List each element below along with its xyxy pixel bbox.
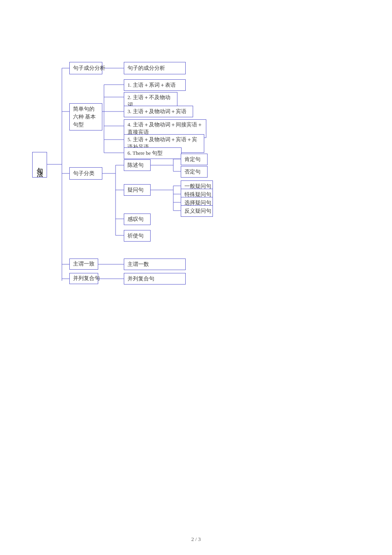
juzichengfen-main-box: 句子成分分析 xyxy=(69,62,102,74)
binglie-right-box: 并列复合句 xyxy=(124,273,186,285)
juzifenlei-box: 句子分类 xyxy=(69,167,102,180)
yiwenju-box: 疑问句 xyxy=(124,184,151,196)
gantan-box: 感叹句 xyxy=(124,213,151,225)
kendingjv-box: 肯定句 xyxy=(181,154,208,165)
n3-box: 3. 主语＋及物动词＋宾语 xyxy=(124,106,193,117)
jiandan-box: 简单句的六种 基本句型 xyxy=(69,103,102,130)
fanyi-box: 反义疑问句 xyxy=(181,205,213,217)
zhuweiyzhu-box: 主谓一数 xyxy=(124,259,186,270)
n6-box: 6. There be 句型 xyxy=(124,147,182,159)
chenshuju-box: 陈述句 xyxy=(124,159,151,171)
foudingjv-box: 否定句 xyxy=(181,166,208,178)
juzichengfen-box: 句子的成分分析 xyxy=(124,62,186,74)
root-label: 句 法 xyxy=(32,152,47,178)
n1-box: 1. 主语＋系词＋表语 xyxy=(124,79,186,91)
qishi-box: 祈使句 xyxy=(124,230,151,242)
zhuweiyzhi-box: 主谓一致 xyxy=(69,259,98,270)
binglie-left-box: 并列复合句 xyxy=(69,273,98,284)
page-container: 句 法 句子成分分析 简单句的六种 基本句型 句子分类 主谓一致 并列复合句 句… xyxy=(0,0,392,555)
page-number: 2 / 3 xyxy=(191,536,201,543)
